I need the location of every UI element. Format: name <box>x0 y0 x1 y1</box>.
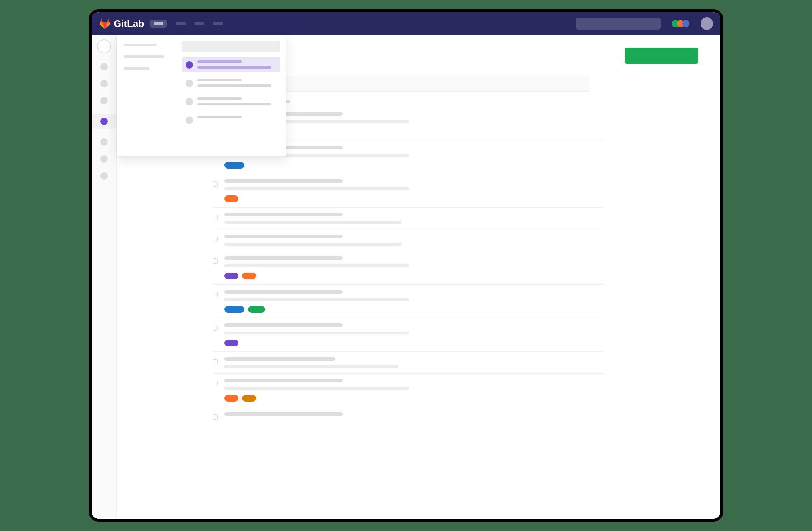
sidebar-item-3-active[interactable] <box>92 114 116 129</box>
nav-link-3[interactable] <box>213 22 223 25</box>
flyout-item-3[interactable] <box>182 112 280 128</box>
flyout-item-icon <box>186 98 193 105</box>
issue-title <box>224 213 343 216</box>
issue-checkbox[interactable] <box>213 414 218 420</box>
sidebar-item-2[interactable] <box>100 97 108 104</box>
issue-labels <box>224 273 604 279</box>
primary-action-button[interactable] <box>625 48 698 64</box>
context-switcher[interactable] <box>150 20 167 28</box>
sidebar-item-4[interactable] <box>100 138 108 146</box>
issue-title <box>224 357 335 361</box>
issue-row[interactable] <box>213 207 604 229</box>
flyout-header <box>182 41 280 52</box>
flyout-items <box>176 35 286 156</box>
left-sidebar <box>92 35 117 519</box>
issue-title <box>224 256 343 260</box>
flyout-group-2[interactable] <box>124 55 164 58</box>
issue-row[interactable] <box>213 174 604 207</box>
issue-meta <box>224 187 409 190</box>
label-pill[interactable] <box>224 273 238 279</box>
issue-title <box>224 179 343 183</box>
navbar-links <box>176 22 223 25</box>
nav-link-1[interactable] <box>176 22 186 25</box>
issue-meta <box>224 387 409 390</box>
label-pill[interactable] <box>224 395 238 402</box>
user-avatar[interactable] <box>701 17 713 30</box>
status-indicators[interactable] <box>672 20 689 27</box>
issue-row[interactable] <box>213 373 604 407</box>
app-window: GitLab <box>89 9 723 522</box>
label-pill[interactable] <box>248 306 265 313</box>
sidebar-item-6[interactable] <box>100 172 108 180</box>
issue-checkbox[interactable] <box>213 237 218 242</box>
sidebar-item-0[interactable] <box>100 63 108 70</box>
issue-checkbox[interactable] <box>213 359 218 364</box>
issue-title <box>224 412 343 416</box>
issue-row[interactable] <box>213 284 604 318</box>
nav-link-2[interactable] <box>194 22 204 25</box>
flyout-item-icon <box>186 80 193 87</box>
project-avatar[interactable] <box>97 39 111 53</box>
sidebar-item-1[interactable] <box>100 80 108 87</box>
issue-labels <box>224 195 604 202</box>
label-pill[interactable] <box>224 162 244 169</box>
label-pill[interactable] <box>242 395 256 402</box>
issue-row[interactable] <box>213 318 604 351</box>
issue-meta <box>224 298 409 301</box>
issue-checkbox[interactable] <box>213 215 218 220</box>
issue-title <box>224 290 343 294</box>
sidebar-flyout-menu <box>117 35 286 157</box>
issue-checkbox[interactable] <box>213 326 218 331</box>
search-input[interactable] <box>576 18 661 30</box>
issue-row[interactable] <box>213 351 604 373</box>
issue-meta <box>224 264 409 267</box>
brand-name: GitLab <box>114 18 144 30</box>
flyout-item-2[interactable] <box>182 94 280 109</box>
issue-checkbox[interactable] <box>213 292 218 297</box>
issue-labels <box>224 306 604 313</box>
issue-title <box>224 235 343 238</box>
flyout-group-3[interactable] <box>124 67 149 70</box>
label-pill[interactable] <box>224 195 238 202</box>
issue-title <box>224 379 343 382</box>
flyout-item-icon <box>186 61 193 69</box>
issue-checkbox[interactable] <box>213 258 218 264</box>
issue-row[interactable] <box>213 251 604 284</box>
issue-labels <box>224 162 604 169</box>
issue-checkbox[interactable] <box>213 181 218 187</box>
sidebar-item-5[interactable] <box>100 155 108 163</box>
flyout-groups <box>117 35 176 156</box>
label-pill[interactable] <box>242 273 256 279</box>
label-pill[interactable] <box>224 340 238 346</box>
flyout-item-0[interactable] <box>182 57 280 72</box>
issue-row[interactable] <box>213 407 604 425</box>
flyout-item-1[interactable] <box>182 75 280 91</box>
issue-row[interactable] <box>213 229 604 251</box>
status-dot-blue <box>682 20 689 27</box>
issue-meta <box>224 332 409 334</box>
brand-logo[interactable]: GitLab <box>99 18 144 30</box>
issue-labels <box>224 395 604 402</box>
issue-title <box>224 323 343 327</box>
issue-meta <box>224 365 398 368</box>
flyout-group-1[interactable] <box>124 44 157 46</box>
top-navbar: GitLab <box>92 12 720 35</box>
gitlab-tanuki-icon <box>99 18 111 30</box>
label-pill[interactable] <box>224 306 244 313</box>
issue-meta <box>224 221 402 224</box>
issue-labels <box>224 340 604 346</box>
issue-checkbox[interactable] <box>213 381 218 386</box>
flyout-item-icon <box>186 117 193 124</box>
issue-meta <box>224 243 402 246</box>
